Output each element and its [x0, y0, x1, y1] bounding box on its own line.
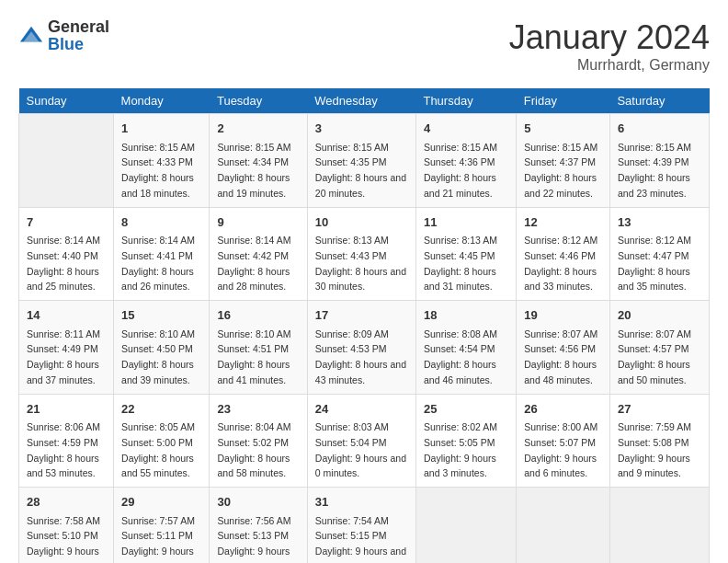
table-row: 13 Sunrise: 8:12 AMSunset: 4:47 PMDaylig… — [609, 207, 709, 301]
title-section: January 2024 Murrhardt, Germany — [509, 18, 710, 74]
table-row: 16 Sunrise: 8:10 AMSunset: 4:51 PMDaylig… — [210, 301, 307, 395]
calendar-week-row: 21 Sunrise: 8:06 AMSunset: 4:59 PMDaylig… — [19, 394, 710, 488]
day-number: 8 — [121, 213, 201, 232]
day-detail: Sunrise: 8:13 AMSunset: 4:45 PMDaylight:… — [424, 235, 497, 292]
day-number: 11 — [424, 213, 508, 232]
logo-general-text: General — [48, 17, 109, 36]
day-detail: Sunrise: 8:14 AMSunset: 4:40 PMDaylight:… — [27, 235, 100, 292]
table-row: 12 Sunrise: 8:12 AMSunset: 4:46 PMDaylig… — [517, 207, 610, 301]
day-detail: Sunrise: 8:08 AMSunset: 4:54 PMDaylight:… — [424, 328, 497, 385]
table-row: 8 Sunrise: 8:14 AMSunset: 4:41 PMDayligh… — [114, 207, 210, 301]
day-detail: Sunrise: 8:15 AMSunset: 4:37 PMDaylight:… — [524, 142, 597, 199]
day-detail: Sunrise: 8:12 AMSunset: 4:46 PMDaylight:… — [524, 235, 597, 292]
day-number: 12 — [524, 213, 602, 232]
day-detail: Sunrise: 8:07 AMSunset: 4:57 PMDaylight:… — [618, 328, 691, 385]
day-number: 5 — [524, 120, 602, 138]
page-subtitle: Murrhardt, Germany — [509, 57, 710, 74]
table-row: 26 Sunrise: 8:00 AMSunset: 5:07 PMDaylig… — [517, 394, 610, 488]
day-number: 30 — [217, 493, 299, 511]
table-row: 5 Sunrise: 8:15 AMSunset: 4:37 PMDayligh… — [517, 114, 610, 208]
page-title: January 2024 — [509, 18, 710, 57]
day-number: 13 — [618, 213, 701, 232]
day-detail: Sunrise: 8:06 AMSunset: 4:59 PMDaylight:… — [27, 421, 100, 478]
table-row: 2 Sunrise: 8:15 AMSunset: 4:34 PMDayligh… — [210, 114, 307, 208]
day-number: 9 — [217, 213, 299, 232]
header-saturday: Saturday — [609, 88, 709, 114]
day-number: 3 — [315, 120, 408, 138]
day-detail: Sunrise: 7:59 AMSunset: 5:08 PMDaylight:… — [618, 421, 691, 478]
logo: General Blue — [18, 18, 109, 53]
day-detail: Sunrise: 8:15 AMSunset: 4:33 PMDaylight:… — [121, 142, 195, 199]
table-row: 3 Sunrise: 8:15 AMSunset: 4:35 PMDayligh… — [307, 114, 415, 208]
day-detail: Sunrise: 8:09 AMSunset: 4:53 PMDaylight:… — [315, 328, 406, 385]
header-wednesday: Wednesday — [307, 88, 415, 114]
table-row: 10 Sunrise: 8:13 AMSunset: 4:43 PMDaylig… — [307, 207, 415, 301]
day-detail: Sunrise: 7:56 AMSunset: 5:13 PMDaylight:… — [217, 515, 290, 564]
day-number: 19 — [524, 306, 602, 325]
table-row: 11 Sunrise: 8:13 AMSunset: 4:45 PMDaylig… — [415, 207, 516, 301]
day-detail: Sunrise: 8:14 AMSunset: 4:42 PMDaylight:… — [217, 235, 290, 292]
table-row — [517, 488, 610, 564]
header-monday: Monday — [114, 88, 210, 114]
table-row: 27 Sunrise: 7:59 AMSunset: 5:08 PMDaylig… — [609, 394, 709, 488]
day-detail: Sunrise: 7:57 AMSunset: 5:11 PMDaylight:… — [121, 515, 195, 564]
day-number: 18 — [424, 306, 508, 325]
table-row: 19 Sunrise: 8:07 AMSunset: 4:56 PMDaylig… — [517, 301, 610, 395]
table-row: 28 Sunrise: 7:58 AMSunset: 5:10 PMDaylig… — [19, 488, 114, 564]
day-number: 15 — [121, 306, 201, 325]
table-row: 20 Sunrise: 8:07 AMSunset: 4:57 PMDaylig… — [609, 301, 709, 395]
day-number: 29 — [121, 493, 201, 511]
day-detail: Sunrise: 7:54 AMSunset: 5:15 PMDaylight:… — [315, 515, 406, 564]
table-row: 22 Sunrise: 8:05 AMSunset: 5:00 PMDaylig… — [114, 394, 210, 488]
day-detail: Sunrise: 8:15 AMSunset: 4:39 PMDaylight:… — [618, 142, 691, 199]
day-number: 23 — [217, 400, 299, 419]
table-row: 14 Sunrise: 8:11 AMSunset: 4:49 PMDaylig… — [19, 301, 114, 395]
table-row: 1 Sunrise: 8:15 AMSunset: 4:33 PMDayligh… — [114, 114, 210, 208]
day-number: 1 — [121, 120, 201, 138]
day-detail: Sunrise: 8:00 AMSunset: 5:07 PMDaylight:… — [524, 421, 597, 478]
day-detail: Sunrise: 8:04 AMSunset: 5:02 PMDaylight:… — [217, 421, 290, 478]
day-number: 22 — [121, 400, 201, 419]
day-number: 17 — [315, 306, 408, 325]
day-number: 16 — [217, 306, 299, 325]
table-row: 17 Sunrise: 8:09 AMSunset: 4:53 PMDaylig… — [307, 301, 415, 395]
calendar-header-row: Sunday Monday Tuesday Wednesday Thursday… — [19, 88, 710, 114]
page-header: General Blue January 2024 Murrhardt, Ger… — [18, 18, 710, 74]
day-detail: Sunrise: 7:58 AMSunset: 5:10 PMDaylight:… — [27, 515, 100, 564]
day-number: 24 — [315, 400, 408, 419]
calendar-week-row: 28 Sunrise: 7:58 AMSunset: 5:10 PMDaylig… — [19, 488, 710, 564]
day-detail: Sunrise: 8:14 AMSunset: 4:41 PMDaylight:… — [121, 235, 195, 292]
calendar-table: Sunday Monday Tuesday Wednesday Thursday… — [18, 88, 710, 563]
day-number: 28 — [27, 493, 106, 511]
day-detail: Sunrise: 8:13 AMSunset: 4:43 PMDaylight:… — [315, 235, 406, 292]
day-number: 20 — [618, 306, 701, 325]
header-thursday: Thursday — [415, 88, 516, 114]
calendar-week-row: 7 Sunrise: 8:14 AMSunset: 4:40 PMDayligh… — [19, 207, 710, 301]
day-number: 6 — [618, 120, 701, 138]
table-row: 25 Sunrise: 8:02 AMSunset: 5:05 PMDaylig… — [415, 394, 516, 488]
day-number: 2 — [217, 120, 299, 138]
day-number: 4 — [424, 120, 508, 138]
day-number: 26 — [524, 400, 602, 419]
table-row: 4 Sunrise: 8:15 AMSunset: 4:36 PMDayligh… — [415, 114, 516, 208]
table-row: 9 Sunrise: 8:14 AMSunset: 4:42 PMDayligh… — [210, 207, 307, 301]
day-detail: Sunrise: 8:15 AMSunset: 4:34 PMDaylight:… — [217, 142, 290, 199]
table-row: 7 Sunrise: 8:14 AMSunset: 4:40 PMDayligh… — [19, 207, 114, 301]
logo-blue-text: Blue — [48, 35, 84, 53]
day-number: 31 — [315, 493, 408, 511]
day-detail: Sunrise: 8:12 AMSunset: 4:47 PMDaylight:… — [618, 235, 691, 292]
table-row: 6 Sunrise: 8:15 AMSunset: 4:39 PMDayligh… — [609, 114, 709, 208]
header-tuesday: Tuesday — [210, 88, 307, 114]
day-number: 10 — [315, 213, 408, 232]
day-detail: Sunrise: 8:15 AMSunset: 4:36 PMDaylight:… — [424, 142, 497, 199]
table-row — [19, 114, 114, 208]
table-row: 31 Sunrise: 7:54 AMSunset: 5:15 PMDaylig… — [307, 488, 415, 564]
table-row: 18 Sunrise: 8:08 AMSunset: 4:54 PMDaylig… — [415, 301, 516, 395]
table-row: 23 Sunrise: 8:04 AMSunset: 5:02 PMDaylig… — [210, 394, 307, 488]
day-detail: Sunrise: 8:05 AMSunset: 5:00 PMDaylight:… — [121, 421, 195, 478]
day-number: 27 — [618, 400, 701, 419]
table-row: 21 Sunrise: 8:06 AMSunset: 4:59 PMDaylig… — [19, 394, 114, 488]
calendar-week-row: 1 Sunrise: 8:15 AMSunset: 4:33 PMDayligh… — [19, 114, 710, 208]
logo-icon — [18, 23, 44, 49]
table-row: 15 Sunrise: 8:10 AMSunset: 4:50 PMDaylig… — [114, 301, 210, 395]
